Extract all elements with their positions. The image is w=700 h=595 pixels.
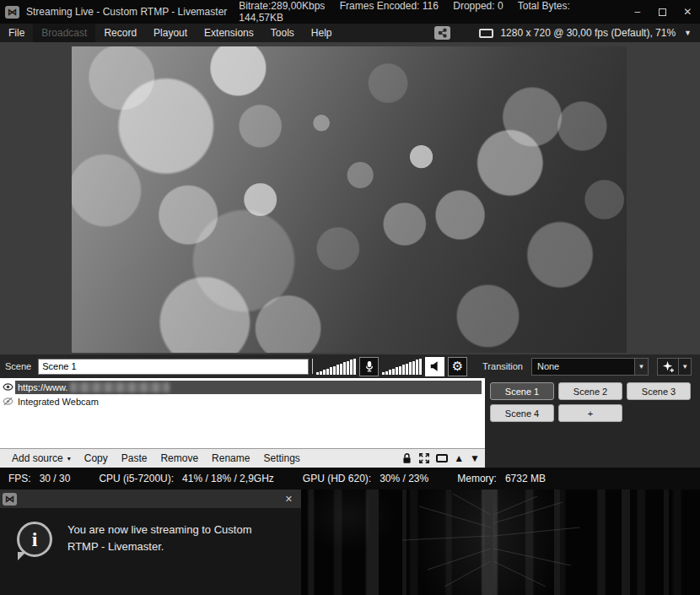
lock-icon [401, 452, 412, 464]
projector-icon [436, 454, 448, 462]
maximize-button[interactable] [650, 0, 676, 24]
monitor-icon [479, 29, 493, 38]
source-toolbar: Add source ▾ Copy Paste Remove Rename Se… [0, 448, 485, 468]
add-transition-button[interactable] [657, 358, 679, 376]
video-preview-canvas[interactable] [72, 46, 627, 353]
menu-broadcast[interactable]: Broadcast [33, 24, 95, 42]
memory-label: Memory: [457, 473, 497, 484]
fullscreen-source-button[interactable] [418, 452, 430, 464]
menu-record[interactable]: Record [95, 24, 145, 42]
microphone-icon [364, 360, 374, 373]
divider [312, 359, 313, 374]
scene-button-4[interactable]: Scene 4 [490, 404, 554, 422]
rename-button[interactable]: Rename [205, 452, 256, 464]
visibility-eye-icon[interactable] [0, 381, 15, 392]
share-icon [438, 28, 447, 38]
menu-file[interactable]: File [0, 24, 33, 42]
transition-select[interactable]: None [531, 358, 635, 376]
menubar: File Broadcast Record Playout Extensions… [0, 24, 700, 42]
expand-arrows-icon [418, 452, 430, 464]
bottom-row: ⋈ ✕ i You are now live streaming to Cust… [0, 490, 700, 595]
add-source-button[interactable]: Add source ▾ [5, 452, 78, 464]
cpu-value: 41% / 18% / 2,9GHz [182, 473, 274, 484]
sources-scenes-row: https://www. Integrated Webcam [0, 378, 700, 468]
lock-source-button[interactable] [401, 452, 412, 464]
notification-header: ⋈ ✕ [0, 490, 301, 508]
scene-bar: Scene ⚙ Transition None ▼ [0, 354, 700, 378]
source-list: https://www. Integrated Webcam [0, 378, 485, 448]
resolution-caret-icon[interactable]: ▼ [684, 29, 692, 37]
transition-dropdown-icon[interactable]: ▼ [635, 358, 649, 376]
notification-body: i You are now live streaming to Custom R… [0, 508, 301, 595]
menu-help[interactable]: Help [303, 24, 341, 42]
app-window: ⋈ Streaming Live - Custom RTMP - Livemas… [0, 0, 700, 595]
maximize-icon [659, 8, 666, 16]
move-source-up-button[interactable]: ▲ [454, 452, 464, 464]
scene-button-3[interactable]: Scene 3 [627, 382, 691, 400]
microphone-mute-button[interactable] [359, 357, 379, 376]
add-transition-dropdown-icon[interactable]: ▼ [679, 358, 692, 376]
workspace [0, 42, 700, 354]
memory-value: 6732 MB [505, 473, 546, 484]
audio-settings-button[interactable]: ⚙ [448, 357, 467, 376]
stream-stats: Bitrate:289,00Kbps Frames Encoded: 116 D… [239, 0, 625, 24]
notification-close-button[interactable]: ✕ [285, 494, 293, 505]
gpu-value: 30% / 23% [380, 473, 428, 484]
close-button[interactable]: ✕ [675, 0, 700, 24]
resolution-selector[interactable]: 1280 x 720 @ 30,00 fps (Default), 71% [500, 27, 676, 39]
forest-trees-graphic [301, 490, 700, 595]
minimize-button[interactable]: – [625, 0, 650, 24]
copy-button[interactable]: Copy [78, 452, 115, 464]
gpu-label: GPU (HD 620): [303, 473, 371, 484]
source-row-url[interactable]: https://www. [0, 380, 485, 394]
settings-button[interactable]: Settings [256, 452, 306, 464]
mic-audio-meter [316, 359, 356, 375]
move-source-down-button[interactable]: ▼ [470, 452, 480, 464]
redacted-url-blur [70, 382, 170, 392]
gear-icon: ⚙ [452, 360, 463, 373]
fps-label: FPS: [8, 473, 31, 484]
fps-value: 30 / 30 [40, 473, 71, 484]
info-icon: i [17, 522, 52, 557]
menu-tools[interactable]: Tools [262, 24, 303, 42]
visibility-eye-off-icon[interactable] [0, 396, 15, 407]
menu-extensions[interactable]: Extensions [196, 24, 262, 42]
scene-label: Scene [5, 361, 31, 371]
source-panel: https://www. Integrated Webcam [0, 378, 485, 468]
transition-label: Transition [482, 361, 523, 371]
dropped-frames-stat: Dropped: 0 [453, 0, 503, 12]
source-label: https://www. [18, 382, 67, 392]
titlebar: ⋈ Streaming Live - Custom RTMP - Livemas… [0, 0, 700, 24]
status-bar: FPS: 30 / 30 CPU (i5-7200U): 41% / 18% /… [0, 468, 700, 490]
scenes-panel: Scene 1 Scene 2 Scene 3 Scene 4 + [485, 378, 700, 468]
add-source-caret-icon: ▾ [67, 455, 71, 462]
speaker-mute-button[interactable] [425, 357, 444, 376]
remove-button[interactable]: Remove [153, 452, 205, 464]
add-scene-button[interactable]: + [558, 404, 622, 422]
bitrate-stat: Bitrate:289,00Kbps [239, 0, 325, 12]
scene-button-1[interactable]: Scene 1 [490, 382, 554, 400]
frames-encoded-stat: Frames Encoded: 116 [340, 0, 439, 12]
window-title: Streaming Live - Custom RTMP - Livemaste… [26, 6, 227, 18]
secondary-preview-image [301, 490, 700, 595]
app-logo-icon: ⋈ [5, 6, 19, 19]
speaker-icon [429, 360, 441, 372]
source-label: Integrated Webcam [18, 397, 99, 407]
share-button[interactable] [434, 26, 450, 40]
source-row-webcam[interactable]: Integrated Webcam [0, 394, 485, 408]
paste-button[interactable]: Paste [115, 452, 154, 464]
cpu-label: CPU (i5-7200U): [99, 473, 174, 484]
notification-message: You are now live streaming to Custom RTM… [67, 522, 277, 595]
notification-popup: ⋈ ✕ i You are now live streaming to Cust… [0, 490, 301, 595]
menu-playout[interactable]: Playout [145, 24, 196, 42]
scene-name-input[interactable] [38, 359, 309, 375]
sparkle-plus-icon [662, 360, 675, 373]
projector-button[interactable] [436, 454, 448, 462]
scene-button-2[interactable]: Scene 2 [558, 382, 622, 400]
app-logo-icon: ⋈ [3, 493, 17, 506]
speaker-audio-meter [382, 359, 422, 375]
